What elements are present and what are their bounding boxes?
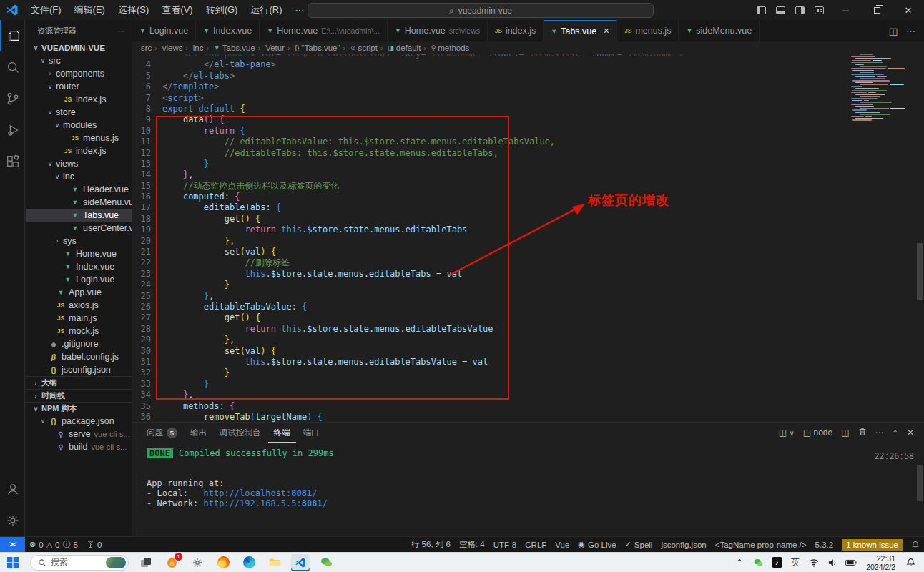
menu-3[interactable]: 查看(V) xyxy=(155,0,199,20)
sidebar-section-大纲[interactable]: ›大纲 xyxy=(26,376,132,389)
status-item-Vue[interactable]: Vue xyxy=(551,537,574,553)
split-terminal-icon[interactable]: ◫ ∨ xyxy=(779,428,795,438)
breadcrumb-item-inc[interactable]: ›inc xyxy=(182,44,203,52)
breadcrumb-item-methods[interactable]: ›⚲methods xyxy=(421,44,469,52)
terminal-link[interactable]: http://192.168.5.5:8081/ xyxy=(203,498,327,508)
hidden-icons-chevron[interactable]: ⌃ xyxy=(732,554,747,571)
breadcrumb-item-Tabs.vue[interactable]: ›{}"Tabs.vue" xyxy=(285,44,340,52)
status-item-UTF-8[interactable]: UTF-8 xyxy=(489,537,521,553)
settings-app-icon[interactable] xyxy=(188,554,207,571)
close-button[interactable]: ✕ xyxy=(893,0,924,20)
explorer-icon[interactable] xyxy=(0,20,25,51)
wifi-icon[interactable] xyxy=(806,554,822,571)
tree-item-components[interactable]: ›components xyxy=(26,67,132,80)
tree-item-mock.js[interactable]: JSmock.js xyxy=(26,325,132,337)
editor-tab-sideMenu.vue[interactable]: ▼sideMenu.vue xyxy=(679,20,760,41)
status-item-Spell[interactable]: ✓Spell xyxy=(621,537,657,553)
tree-item-router[interactable]: ∨router xyxy=(26,80,132,93)
maximize-panel-icon[interactable]: ⌃ xyxy=(893,429,898,437)
sidebar-more-icon[interactable]: ··· xyxy=(117,26,124,35)
editor-tab-Tabs.vue[interactable]: ▼Tabs.vue✕ xyxy=(544,20,617,41)
minimap[interactable] xyxy=(851,50,905,125)
sidebar-section-NPM 脚本[interactable]: ∨NPM 脚本 xyxy=(26,402,132,415)
status-item-1-known-issue[interactable]: 1 known issue xyxy=(837,537,907,553)
editor-tab-index.js[interactable]: JSindex.js xyxy=(488,20,544,41)
breadcrumb-item-Vetur[interactable]: ›Vetur xyxy=(255,44,285,52)
status-item-jsconfig-json[interactable]: jsconfig.json xyxy=(657,537,710,553)
tree-item-jsconfig.json[interactable]: {}jsconfig.json xyxy=(26,363,132,376)
message-app-icon[interactable]: 1 xyxy=(162,554,181,571)
tree-item-Tabs.vue[interactable]: ▼Tabs.vue xyxy=(26,209,132,222)
kill-terminal-trash-icon[interactable] xyxy=(858,427,867,438)
tab-more-icon[interactable]: ⋯ xyxy=(906,26,915,36)
terminal-scrollbar[interactable] xyxy=(917,465,923,501)
tree-item-serve[interactable]: ⚲servevue-cli-s... xyxy=(26,428,132,440)
command-center-search[interactable]: ⌕ vueadmin-vue xyxy=(308,3,654,18)
sidebar-section-时间线[interactable]: ›时间线 xyxy=(26,389,132,402)
status-item-5-3-2[interactable]: 5.3.2 xyxy=(811,537,838,553)
code-editor[interactable]: 3 <el-tab-pane v-for="item in editableTa… xyxy=(132,54,924,422)
tab-close-icon[interactable]: ✕ xyxy=(603,26,609,36)
menu-2[interactable]: 选择(S) xyxy=(112,0,155,20)
editor-tab-Home.vue[interactable]: ▼Home.vuesrc\views xyxy=(388,20,488,41)
status-item-CRLF[interactable]: CRLF xyxy=(521,537,551,553)
terminal-link[interactable]: http://localhost:8081/ xyxy=(203,488,317,498)
taskbar-search-box[interactable]: 搜索 xyxy=(30,555,129,571)
taskbar-clock[interactable]: 22:31 2024/2/2 xyxy=(862,554,900,571)
open-panel-icon[interactable]: ◫ xyxy=(841,428,849,438)
settings-gear-icon[interactable] xyxy=(0,505,25,536)
tree-item-Header.vue[interactable]: ▼Header.vue xyxy=(26,183,132,196)
account-icon[interactable] xyxy=(0,473,25,505)
task-view-icon[interactable] xyxy=(137,554,155,571)
tree-item-menus.js[interactable]: JSmenus.js xyxy=(26,132,132,144)
tree-item-build[interactable]: ⚲buildvue-cli-s... xyxy=(26,440,132,453)
panel-more-icon[interactable]: ⋯ xyxy=(875,428,884,438)
breadcrumb-item-default[interactable]: ›◨default xyxy=(378,44,421,52)
ports-status[interactable]: 0 xyxy=(82,537,106,553)
status-item---56----6[interactable]: 行 56, 列 6 xyxy=(407,537,455,553)
minimize-button[interactable]: ─ xyxy=(830,0,861,20)
start-button[interactable] xyxy=(4,554,22,571)
breadcrumb[interactable]: src›views›inc›▼Tabs.vue›Vetur›{}"Tabs.vu… xyxy=(132,41,924,54)
editor-tab-Login.vue[interactable]: ▼Login.vue xyxy=(132,20,196,41)
remote-indicator[interactable]: >< xyxy=(0,537,25,553)
panel-tab-问题[interactable]: 问题5 xyxy=(141,423,183,443)
editor-tab-Home.vue[interactable]: ▼Home.vueE:\...\vueadmin\... xyxy=(260,20,388,41)
tree-item-sys[interactable]: ›sys xyxy=(26,235,132,247)
terminal-shell-item[interactable]: ◫ node xyxy=(803,428,832,438)
terminal-output[interactable]: DONECompiled successfully in 299msApp ru… xyxy=(147,448,334,508)
wechat-tray-icon[interactable] xyxy=(750,554,766,571)
problems-status[interactable]: ⊗0 △0 ⓘ5 xyxy=(25,537,82,553)
tree-item-userCenter.vue[interactable]: ▼userCenter.vue xyxy=(26,222,132,235)
tree-item-index.js[interactable]: JSindex.js xyxy=(26,144,132,157)
tree-item-axios.js[interactable]: JSaxios.js xyxy=(26,299,132,312)
tree-item-src[interactable]: ∨src xyxy=(26,54,132,67)
status-item-Go-Live[interactable]: ◉Go Live xyxy=(574,537,620,553)
tree-item-babel.config.js[interactable]: βbabel.config.js xyxy=(26,350,132,363)
extensions-icon[interactable] xyxy=(0,146,25,177)
menu-1[interactable]: 编辑(E) xyxy=(68,0,112,20)
panel-tab-端口[interactable]: 端口 xyxy=(298,423,325,443)
breadcrumb-item-views[interactable]: ›views xyxy=(152,44,182,52)
menu-0[interactable]: 文件(F) xyxy=(24,0,68,20)
notification-bell-icon[interactable] xyxy=(903,554,918,571)
panel-tab-输出[interactable]: 输出 xyxy=(185,423,212,443)
breadcrumb-item-src[interactable]: src xyxy=(141,44,152,52)
menu-5[interactable]: 运行(R) xyxy=(244,0,288,20)
close-panel-icon[interactable]: ✕ xyxy=(907,428,914,438)
volume-icon[interactable] xyxy=(825,554,840,571)
status-item-----4[interactable]: 空格: 4 xyxy=(455,537,489,553)
run-debug-icon[interactable] xyxy=(0,114,25,146)
tree-item-views[interactable]: ∨views xyxy=(26,157,132,170)
tree-item-Login.vue[interactable]: ▼Login.vue xyxy=(26,273,132,286)
wechat-icon[interactable] xyxy=(317,554,335,571)
editor-tab-Index.vue[interactable]: ▼Index.vue xyxy=(196,20,260,41)
toggle-panel-icon[interactable] xyxy=(776,6,785,14)
status-item-bell[interactable] xyxy=(907,537,924,553)
panel-tab-终端[interactable]: 终端 xyxy=(268,423,296,443)
tree-item-Index.vue[interactable]: ▼Index.vue xyxy=(26,260,132,273)
search-icon[interactable] xyxy=(0,51,25,83)
breadcrumb-item-Tabs.vue[interactable]: ›▼Tabs.vue xyxy=(204,44,255,52)
status-item--TagName-prop-name---[interactable]: <TagName prop-name /> xyxy=(711,537,811,553)
tree-item-sideMenu.vue[interactable]: ▼sideMenu.vue xyxy=(26,196,132,209)
